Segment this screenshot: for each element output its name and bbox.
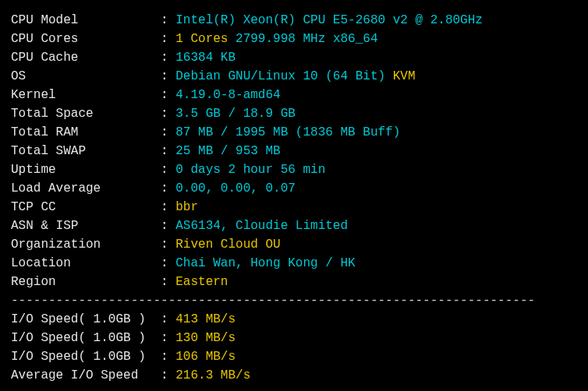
row-label: Total RAM xyxy=(11,125,161,139)
info-row: Organization : Riven Cloud OU xyxy=(11,235,577,254)
info-row: Uptime : 0 days 2 hour 56 min xyxy=(11,160,577,179)
row-separator: : xyxy=(161,88,175,102)
terminal-output: CPU Model : Intel(R) Xeon(R) CPU E5-2680… xyxy=(11,11,577,391)
info-row: Location : Chai Wan, Hong Kong / HK xyxy=(11,254,577,273)
row-value: Chai Wan, Hong Kong / HK xyxy=(175,256,355,270)
row-label: TCP CC xyxy=(11,200,161,214)
info-row: CPU Cache : 16384 KB xyxy=(11,48,577,67)
row-label: Average I/O Speed xyxy=(11,368,161,382)
row-label: I/O Speed( 1.0GB ) xyxy=(11,350,161,364)
row-value: 0.00, 0.00, 0.07 xyxy=(175,181,296,196)
info-row: Region : Eastern xyxy=(11,273,577,291)
info-row: I/O Speed( 1.0GB ) : 413 MB/s xyxy=(11,310,577,329)
row-value: 25 MB / 953 MB xyxy=(175,144,280,158)
row-value: 16384 KB xyxy=(175,51,236,65)
row-value: 0 days 2 hour 56 min xyxy=(175,163,325,177)
row-label: ASN & ISP xyxy=(11,219,161,233)
row-label: CPU Cores xyxy=(11,32,161,46)
row-separator: : xyxy=(161,312,175,326)
row-separator: : xyxy=(161,275,175,289)
row-value: 413 MB/s xyxy=(175,312,236,326)
row-value: bbr xyxy=(175,200,198,214)
row-label: Region xyxy=(11,275,161,289)
row-separator: : xyxy=(161,350,175,364)
row-separator: : xyxy=(161,368,175,382)
info-row: Total RAM : 87 MB / 1995 MB (1836 MB Buf… xyxy=(11,123,577,142)
row-label: Total SWAP xyxy=(11,144,161,158)
row-separator: : xyxy=(161,144,175,158)
info-row: Total SWAP : 25 MB / 953 MB xyxy=(11,142,577,160)
row-label: OS xyxy=(11,69,161,83)
row-separator: : xyxy=(161,163,175,177)
row-value: 130 MB/s xyxy=(175,331,236,345)
row-separator: : xyxy=(161,256,175,270)
row-label: Total Space xyxy=(11,107,161,121)
info-row: CPU Model : Intel(R) Xeon(R) CPU E5-2680… xyxy=(11,11,577,30)
row-value: 1 Cores xyxy=(175,32,228,46)
row-label: Uptime xyxy=(11,163,161,177)
info-row: CPU Cores : 1 Cores 2799.998 MHz x86_64 xyxy=(11,30,577,48)
info-row: Total Space : 3.5 GB / 18.9 GB xyxy=(11,104,577,123)
row-label: CPU Cache xyxy=(11,51,161,65)
info-row: OS : Debian GNU/Linux 10 (64 Bit) KVM xyxy=(11,67,577,86)
row-separator: : xyxy=(161,181,175,196)
info-row: Kernel : 4.19.0-8-amd64 xyxy=(11,86,577,104)
row-label: CPU Model xyxy=(11,13,161,27)
row-separator: : xyxy=(161,331,175,345)
row-separator: : xyxy=(161,13,175,27)
row-label: Kernel xyxy=(11,88,161,102)
row-value: 87 MB / 1995 MB (1836 MB Buff) xyxy=(175,125,400,139)
row-label: I/O Speed( 1.0GB ) xyxy=(11,331,161,345)
row-separator: : xyxy=(161,107,175,121)
row-separator: : xyxy=(161,32,175,46)
row-value: Debian GNU/Linux 10 (64 Bit) xyxy=(175,69,392,83)
row-separator: : xyxy=(161,219,175,233)
row-value: KVM xyxy=(393,69,416,83)
info-row: Average I/O Speed : 216.3 MB/s xyxy=(11,366,577,385)
row-value: 3.5 GB / 18.9 GB xyxy=(175,107,296,121)
row-value: AS6134, Cloudie Limited xyxy=(175,219,348,233)
divider: ----------------------------------------… xyxy=(11,385,577,391)
row-label: I/O Speed( 1.0GB ) xyxy=(11,312,161,326)
row-value: 106 MB/s xyxy=(175,350,236,364)
row-separator: : xyxy=(161,51,175,65)
info-row: TCP CC : bbr xyxy=(11,198,577,217)
row-label: Load Average xyxy=(11,181,161,196)
row-separator: : xyxy=(161,200,175,214)
row-value: Intel(R) Xeon(R) CPU E5-2680 v2 @ 2.80GH… xyxy=(175,13,483,27)
row-separator: : xyxy=(161,69,175,83)
info-row: I/O Speed( 1.0GB ) : 130 MB/s xyxy=(11,329,577,347)
row-separator: : xyxy=(161,238,175,252)
row-value: 4.19.0-8-amd64 xyxy=(175,88,280,102)
row-label: Organization xyxy=(11,238,161,252)
row-label: Location xyxy=(11,256,161,270)
info-row: ASN & ISP : AS6134, Cloudie Limited xyxy=(11,217,577,235)
row-value: 216.3 MB/s xyxy=(175,368,250,382)
row-separator: : xyxy=(161,125,175,139)
divider: ----------------------------------------… xyxy=(11,291,577,310)
row-value: Riven Cloud OU xyxy=(175,238,280,252)
info-row: I/O Speed( 1.0GB ) : 106 MB/s xyxy=(11,347,577,366)
row-value: Eastern xyxy=(175,275,228,289)
info-row: Load Average : 0.00, 0.00, 0.07 xyxy=(11,179,577,198)
row-value: 2799.998 MHz x86_64 xyxy=(228,32,377,46)
